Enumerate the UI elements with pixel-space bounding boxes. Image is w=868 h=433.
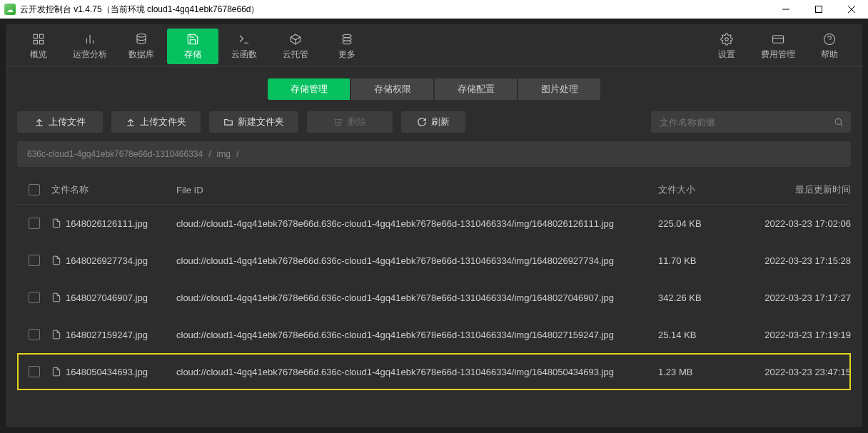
file-id: cloud://cloud1-4gq41ebk7678e66d.636c-clo… <box>176 218 658 229</box>
file-name: 1648026126111.jpg <box>66 218 148 229</box>
nav-button[interactable]: 设置 <box>701 29 752 64</box>
file-name: 1648050434693.jpg <box>66 367 148 377</box>
upload-icon <box>34 117 44 127</box>
nav-button[interactable]: 运营分析 <box>64 29 116 64</box>
nav-icon <box>186 33 199 46</box>
table-row[interactable]: 1648026126111.jpgcloud://cloud1-4gq41ebk… <box>17 205 851 242</box>
nav-label: 更多 <box>338 49 355 61</box>
file-id: cloud://cloud1-4gq41ebk7678e66d.636c-clo… <box>176 292 658 303</box>
row-checkbox[interactable] <box>29 218 40 229</box>
file-id: cloud://cloud1-4gq41ebk7678e66d.636c-clo… <box>176 367 658 377</box>
file-icon <box>51 367 61 377</box>
svg-point-14 <box>343 34 351 38</box>
nav-icon <box>238 33 251 46</box>
file-icon <box>51 292 61 302</box>
top-navigation: 概览运营分析数据库存储云函数云托管更多 设置费用管理帮助 <box>6 24 862 67</box>
breadcrumb-folder[interactable]: img <box>217 149 231 159</box>
upload-icon <box>126 117 136 127</box>
search-input[interactable] <box>658 116 834 128</box>
file-time: 2022-03-23 23:47:15 <box>740 367 851 377</box>
window-title: 云开发控制台 v1.4.75（当前环境 cloud1-4gq41ebk7678e… <box>20 4 769 16</box>
upload-file-button[interactable]: 上传文件 <box>17 111 103 133</box>
breadcrumb-separator: / <box>236 149 238 159</box>
subtab[interactable]: 图片处理 <box>518 78 600 100</box>
svg-point-16 <box>343 41 351 44</box>
svg-point-17 <box>725 37 729 41</box>
file-size: 225.04 KB <box>658 218 740 229</box>
nav-label: 概览 <box>30 49 47 61</box>
upload-folder-label: 上传文件夹 <box>140 116 186 128</box>
nav-button[interactable]: 云函数 <box>218 29 270 64</box>
refresh-icon <box>417 117 427 127</box>
svg-rect-18 <box>773 35 784 43</box>
svg-line-27 <box>841 124 843 126</box>
nav-icon <box>32 33 45 46</box>
trash-icon <box>333 117 343 127</box>
maximize-button[interactable] <box>802 0 835 19</box>
new-folder-button[interactable]: 新建文件夹 <box>209 111 298 133</box>
column-header-name[interactable]: 文件名称 <box>51 183 176 196</box>
new-folder-label: 新建文件夹 <box>238 116 284 128</box>
nav-label: 设置 <box>718 49 735 61</box>
nav-button[interactable]: 费用管理 <box>752 29 804 64</box>
search-box[interactable] <box>651 111 851 133</box>
row-checkbox[interactable] <box>29 255 40 266</box>
nav-label: 运营分析 <box>73 49 107 61</box>
nav-button[interactable]: 数据库 <box>116 29 167 64</box>
column-header-time[interactable]: 最后更新时间 <box>740 183 851 196</box>
nav-label: 费用管理 <box>761 49 795 61</box>
file-size: 11.70 KB <box>658 255 740 266</box>
subtab[interactable]: 存储管理 <box>268 78 350 100</box>
row-checkbox[interactable] <box>29 329 40 340</box>
subtab[interactable]: 存储配置 <box>435 78 517 100</box>
refresh-button[interactable]: 刷新 <box>401 111 465 133</box>
nav-button[interactable]: 更多 <box>321 29 373 64</box>
nav-button[interactable]: 概览 <box>13 29 64 64</box>
row-checkbox[interactable] <box>29 292 40 303</box>
subtab[interactable]: 存储权限 <box>351 78 433 100</box>
file-name: 1648027159247.jpg <box>66 330 148 340</box>
breadcrumb-separator: / <box>208 149 211 159</box>
svg-point-11 <box>137 34 146 37</box>
svg-rect-1 <box>816 6 822 13</box>
folder-plus-icon <box>223 117 233 127</box>
file-name: 1648027046907.jpg <box>66 292 148 303</box>
table-row[interactable]: 1648027159247.jpgcloud://cloud1-4gq41ebk… <box>17 316 851 353</box>
delete-label: 删除 <box>348 116 366 128</box>
nav-icon <box>823 33 836 46</box>
delete-button[interactable]: 删除 <box>307 111 393 133</box>
table-row[interactable]: 1648027046907.jpgcloud://cloud1-4gq41ebk… <box>17 279 851 316</box>
svg-rect-5 <box>40 34 44 38</box>
search-icon[interactable] <box>834 117 844 127</box>
minimize-button[interactable] <box>769 0 802 19</box>
storage-subtabs: 存储管理存储权限存储配置图片处理 <box>6 67 862 111</box>
upload-file-label: 上传文件 <box>49 116 86 128</box>
file-time: 2022-03-23 17:02:06 <box>740 218 851 229</box>
file-size: 342.26 KB <box>658 292 740 303</box>
table-header: 文件名称 File ID 文件大小 最后更新时间 <box>17 175 851 205</box>
nav-icon <box>340 33 353 46</box>
file-size: 25.14 KB <box>658 330 740 340</box>
file-id: cloud://cloud1-4gq41ebk7678e66d.636c-clo… <box>176 330 658 340</box>
column-header-size[interactable]: 文件大小 <box>658 183 740 196</box>
nav-label: 存储 <box>184 49 201 61</box>
file-size: 1.23 MB <box>658 367 740 377</box>
close-button[interactable] <box>835 0 868 19</box>
upload-folder-button[interactable]: 上传文件夹 <box>111 111 201 133</box>
file-id: cloud://cloud1-4gq41ebk7678e66d.636c-clo… <box>176 255 658 266</box>
nav-icon <box>135 33 148 46</box>
table-row[interactable]: 1648050434693.jpgcloud://cloud1-4gq41ebk… <box>17 353 851 390</box>
nav-icon <box>720 33 733 46</box>
row-checkbox[interactable] <box>29 366 40 377</box>
select-all-checkbox[interactable] <box>29 184 40 195</box>
svg-rect-4 <box>34 34 37 38</box>
column-header-id[interactable]: File ID <box>176 185 658 195</box>
nav-label: 云托管 <box>283 49 308 61</box>
nav-button[interactable]: 云托管 <box>270 29 321 64</box>
app-logo-icon: ☁ <box>4 4 16 15</box>
nav-button[interactable]: 存储 <box>167 29 218 64</box>
table-row[interactable]: 1648026927734.jpgcloud://cloud1-4gq41ebk… <box>17 242 851 279</box>
file-icon <box>51 330 61 340</box>
nav-button[interactable]: 帮助 <box>804 29 855 64</box>
breadcrumb-root[interactable]: 636c-cloud1-4gq41ebk7678e66d-1310466334 <box>27 149 203 159</box>
